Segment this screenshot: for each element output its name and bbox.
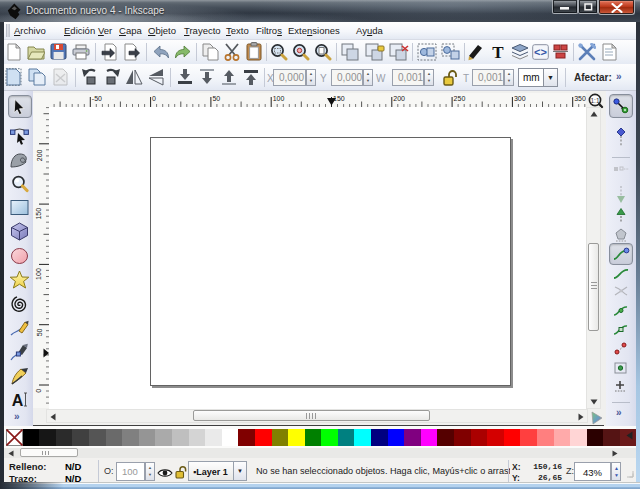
svg-text:100: 100 xyxy=(273,95,285,102)
svg-text:A: A xyxy=(12,392,24,409)
svg-text:200: 200 xyxy=(393,95,405,102)
svg-text:350: 350 xyxy=(574,95,586,102)
svg-text:200: 200 xyxy=(36,149,43,161)
svg-text:300: 300 xyxy=(514,95,526,102)
svg-text:T: T xyxy=(492,43,504,61)
svg-text:50: 50 xyxy=(36,328,43,336)
svg-text:250: 250 xyxy=(454,95,466,102)
svg-text:100: 100 xyxy=(36,268,43,280)
svg-text:150: 150 xyxy=(36,208,43,220)
svg-text:<>: <> xyxy=(534,46,547,58)
svg-text:-50: -50 xyxy=(92,95,102,102)
svg-text:1:1: 1:1 xyxy=(590,97,599,104)
svg-text:50: 50 xyxy=(212,95,220,102)
svg-text:0: 0 xyxy=(36,389,43,393)
svg-text:0: 0 xyxy=(152,95,156,102)
